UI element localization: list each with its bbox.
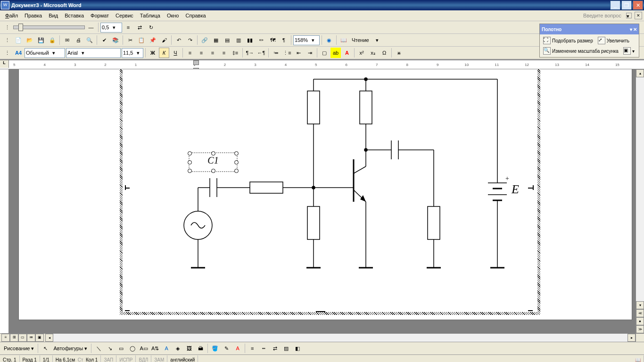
canvas-toolbar-title[interactable]: Полотно▾✕ (540, 24, 639, 34)
arrow-button[interactable]: ↘ (105, 343, 115, 354)
status-rec[interactable]: ЗАП (101, 355, 116, 362)
superscript-button[interactable]: x² (356, 48, 367, 58)
status-trk[interactable]: ИСПР (116, 355, 136, 362)
grip-icon[interactable]: ⋮ (2, 22, 12, 33)
bold-button[interactable]: Ж (148, 48, 158, 58)
ask-dropdown-icon[interactable]: ▾ (626, 13, 632, 18)
fit-button[interactable]: ⛶Подобрать размер (541, 36, 595, 45)
resize-handle[interactable] (188, 160, 192, 165)
grip-icon[interactable]: ⋮ (2, 48, 12, 58)
bullet-list-button[interactable]: ⋮≡ (282, 48, 292, 58)
mail-button[interactable]: ✉ (62, 35, 72, 45)
drawing-button[interactable]: ✏ (256, 35, 266, 45)
autoshapes-button[interactable]: Автофигуры ▾ (51, 345, 89, 353)
expand-button[interactable]: ⤢Увеличить (596, 36, 631, 45)
close-icon[interactable]: ✕ (633, 27, 637, 32)
line-slider[interactable] (13, 25, 85, 29)
clipart-button[interactable]: 🖼 (184, 343, 194, 354)
numbered-list-button[interactable]: ≔ (271, 48, 281, 58)
help-button[interactable]: ◉ (324, 35, 334, 45)
indent-button[interactable]: ⇥ (305, 48, 315, 58)
document-area[interactable]: E + (9, 69, 636, 333)
grip-icon[interactable]: ⋮ (2, 35, 12, 45)
dropdown-icon[interactable]: ▾ (630, 27, 632, 32)
subscript-button[interactable]: x₂ (368, 48, 378, 58)
doc-close-button[interactable]: ✕ (635, 12, 642, 19)
vertical-scrollbar[interactable]: ▴ ▾ ≪ ● ≫ (636, 69, 644, 333)
vertical-textbox-button[interactable]: A⇅ (150, 343, 160, 354)
close-button[interactable]: ✕ (633, 0, 643, 10)
undo-button[interactable]: ↶ (173, 35, 184, 45)
ask-question-box[interactable]: Введите вопрос (583, 13, 624, 18)
highlight-button[interactable]: ab (330, 48, 341, 58)
border-button[interactable]: ▢ (319, 48, 330, 58)
wrap-button[interactable]: ▣▾ (621, 46, 636, 56)
strikethrough-button[interactable]: x̶ (394, 48, 404, 58)
line-spacing-button[interactable]: ‡≡ (230, 48, 240, 58)
dash-style-button[interactable]: ┅ (258, 343, 269, 354)
textbox-c1[interactable]: C1 (189, 152, 238, 172)
3d-button[interactable]: ◧ (292, 343, 303, 354)
align-right-button[interactable]: ≡ (207, 48, 218, 58)
resize-handle[interactable] (234, 169, 239, 173)
menu-help[interactable]: Справка (182, 12, 209, 19)
menu-insert[interactable]: Вставка (61, 12, 87, 19)
save-button[interactable]: 💾 (36, 35, 46, 45)
diagram-button[interactable]: ◈ (173, 343, 183, 354)
reading-view-button[interactable]: ▣ (35, 334, 44, 342)
rtl-button[interactable]: ←¶ (256, 48, 266, 58)
font-size-combo[interactable]: 11,5▾ (122, 48, 143, 58)
line-button[interactable]: ＼ (93, 343, 104, 354)
resize-handle[interactable] (211, 151, 215, 156)
styles-button[interactable]: A4 (13, 48, 24, 58)
spell-button[interactable]: ✔ (99, 35, 109, 45)
outdent-button[interactable]: ⇤ (293, 48, 304, 58)
oval-button[interactable]: ◯ (127, 343, 138, 354)
copy-button[interactable]: 📋 (136, 35, 147, 45)
picture-button[interactable]: 🏔 (195, 343, 206, 354)
redo-button[interactable]: ↷ (185, 35, 195, 45)
scroll-right-icon[interactable]: ▸ (627, 334, 636, 342)
prev-page-icon[interactable]: ≪ (636, 309, 644, 317)
web-view-button[interactable]: ⊞ (10, 334, 18, 342)
shadow-button[interactable]: ▨ (281, 343, 291, 354)
font-combo[interactable]: Arial▾ (66, 48, 121, 58)
select-objects-button[interactable]: ↖ (40, 343, 50, 354)
scroll-left-icon[interactable]: ◂ (45, 334, 53, 342)
read-mode-button[interactable]: Чтение (350, 36, 371, 44)
resize-handle[interactable] (234, 160, 239, 165)
justify-button[interactable]: ≡ (219, 48, 229, 58)
arrow-style-button[interactable]: ⇄ (134, 22, 145, 33)
resize-handle[interactable] (234, 151, 239, 156)
menu-file[interactable]: Фdocument.currentScript.previousElementS… (2, 12, 21, 19)
format-painter-button[interactable]: 🖌 (159, 35, 169, 45)
excel-button[interactable]: ▥ (233, 35, 244, 45)
wordart-button[interactable]: A (161, 343, 172, 354)
fill-color-button[interactable]: 🪣 (210, 343, 220, 354)
rectangle-button[interactable]: ▭ (116, 343, 126, 354)
normal-view-button[interactable]: ≡ (1, 334, 10, 342)
resize-handle[interactable] (188, 169, 192, 173)
research-button[interactable]: 📚 (110, 35, 121, 45)
menu-format[interactable]: Формат (87, 12, 112, 19)
canvas-toolbar[interactable]: Полотно▾✕ ⛶Подобрать размер ⤢Увеличить 🔍… (539, 24, 639, 58)
textbox-button[interactable]: A▭ (139, 343, 149, 354)
hyperlink-button[interactable]: 🔗 (199, 35, 210, 45)
resize-handle[interactable] (211, 169, 215, 173)
docmap-button[interactable]: 🗺 (267, 35, 278, 45)
horizontal-ruler[interactable]: L 5 4 3 2 1 1 2 3 4 5 6 7 8 9 10 11 12 1… (0, 60, 644, 69)
font-color-button[interactable]: A (342, 48, 352, 58)
insert-table-button[interactable]: ▤ (222, 35, 232, 45)
minimize-button[interactable]: _ (610, 0, 620, 10)
print-button[interactable]: 🖨 (73, 35, 83, 45)
menu-tools[interactable]: Сервис (112, 12, 137, 19)
restore-button[interactable]: ❐ (621, 0, 632, 10)
arrow-style-button[interactable]: ⇄ (270, 343, 280, 354)
menu-window[interactable]: Окно (164, 12, 182, 19)
browse-object-icon[interactable]: ● (636, 317, 644, 325)
status-ovr[interactable]: ЗАМ (151, 355, 167, 362)
toolbar-options-icon[interactable]: ▾ (372, 35, 382, 45)
status-spellcheck-icon[interactable]: 📖 (632, 355, 644, 362)
status-language[interactable]: английский (167, 355, 198, 362)
open-button[interactable]: 📂 (25, 35, 35, 45)
